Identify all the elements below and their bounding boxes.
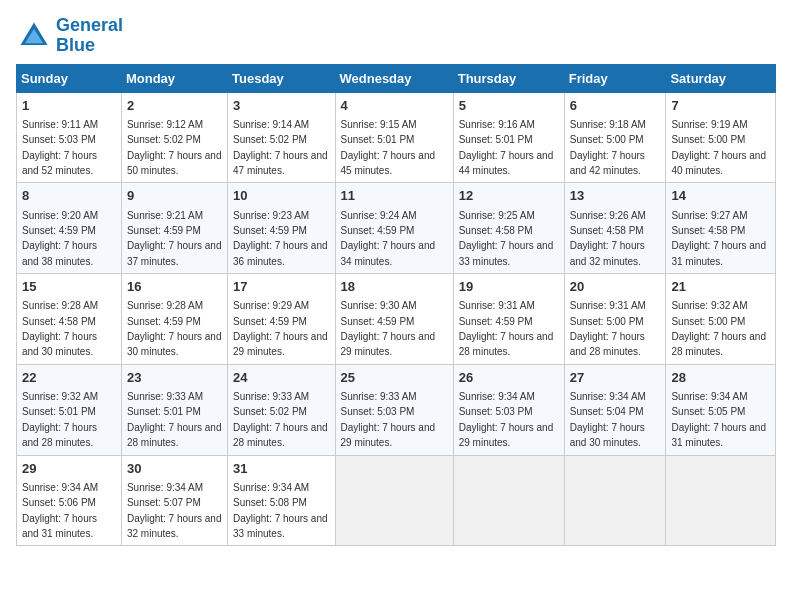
day-number: 13 (570, 187, 661, 205)
day-info: Sunrise: 9:28 AM Sunset: 4:58 PM Dayligh… (22, 300, 98, 357)
calendar-week-row: 15 Sunrise: 9:28 AM Sunset: 4:58 PM Dayl… (17, 274, 776, 365)
day-info: Sunrise: 9:33 AM Sunset: 5:01 PM Dayligh… (127, 391, 222, 448)
day-number: 19 (459, 278, 559, 296)
calendar-cell: 31 Sunrise: 9:34 AM Sunset: 5:08 PM Dayl… (228, 455, 335, 546)
day-number: 12 (459, 187, 559, 205)
day-number: 16 (127, 278, 222, 296)
calendar-cell (666, 455, 776, 546)
calendar-cell: 27 Sunrise: 9:34 AM Sunset: 5:04 PM Dayl… (564, 364, 666, 455)
day-number: 3 (233, 97, 329, 115)
calendar-header-row: SundayMondayTuesdayWednesdayThursdayFrid… (17, 64, 776, 92)
calendar-cell (564, 455, 666, 546)
day-number: 22 (22, 369, 116, 387)
day-info: Sunrise: 9:32 AM Sunset: 5:00 PM Dayligh… (671, 300, 766, 357)
calendar-cell: 26 Sunrise: 9:34 AM Sunset: 5:03 PM Dayl… (453, 364, 564, 455)
day-info: Sunrise: 9:31 AM Sunset: 4:59 PM Dayligh… (459, 300, 554, 357)
day-info: Sunrise: 9:32 AM Sunset: 5:01 PM Dayligh… (22, 391, 98, 448)
calendar-cell: 20 Sunrise: 9:31 AM Sunset: 5:00 PM Dayl… (564, 274, 666, 365)
page-header: General Blue (16, 16, 776, 56)
day-number: 27 (570, 369, 661, 387)
day-number: 26 (459, 369, 559, 387)
day-number: 24 (233, 369, 329, 387)
day-number: 29 (22, 460, 116, 478)
calendar-cell: 8 Sunrise: 9:20 AM Sunset: 4:59 PM Dayli… (17, 183, 122, 274)
calendar-cell: 14 Sunrise: 9:27 AM Sunset: 4:58 PM Dayl… (666, 183, 776, 274)
day-info: Sunrise: 9:23 AM Sunset: 4:59 PM Dayligh… (233, 210, 328, 267)
calendar-cell: 10 Sunrise: 9:23 AM Sunset: 4:59 PM Dayl… (228, 183, 335, 274)
day-info: Sunrise: 9:34 AM Sunset: 5:08 PM Dayligh… (233, 482, 328, 539)
day-header-saturday: Saturday (666, 64, 776, 92)
day-header-monday: Monday (121, 64, 227, 92)
day-number: 31 (233, 460, 329, 478)
calendar-cell: 3 Sunrise: 9:14 AM Sunset: 5:02 PM Dayli… (228, 92, 335, 183)
calendar-cell (453, 455, 564, 546)
day-number: 4 (341, 97, 448, 115)
day-number: 23 (127, 369, 222, 387)
calendar-week-row: 29 Sunrise: 9:34 AM Sunset: 5:06 PM Dayl… (17, 455, 776, 546)
calendar-week-row: 22 Sunrise: 9:32 AM Sunset: 5:01 PM Dayl… (17, 364, 776, 455)
day-number: 11 (341, 187, 448, 205)
calendar-body: 1 Sunrise: 9:11 AM Sunset: 5:03 PM Dayli… (17, 92, 776, 546)
calendar-week-row: 8 Sunrise: 9:20 AM Sunset: 4:59 PM Dayli… (17, 183, 776, 274)
day-info: Sunrise: 9:11 AM Sunset: 5:03 PM Dayligh… (22, 119, 98, 176)
day-number: 17 (233, 278, 329, 296)
day-number: 1 (22, 97, 116, 115)
day-info: Sunrise: 9:24 AM Sunset: 4:59 PM Dayligh… (341, 210, 436, 267)
day-info: Sunrise: 9:20 AM Sunset: 4:59 PM Dayligh… (22, 210, 98, 267)
day-info: Sunrise: 9:18 AM Sunset: 5:00 PM Dayligh… (570, 119, 646, 176)
day-number: 21 (671, 278, 770, 296)
calendar-cell: 17 Sunrise: 9:29 AM Sunset: 4:59 PM Dayl… (228, 274, 335, 365)
day-header-tuesday: Tuesday (228, 64, 335, 92)
calendar-week-row: 1 Sunrise: 9:11 AM Sunset: 5:03 PM Dayli… (17, 92, 776, 183)
day-number: 6 (570, 97, 661, 115)
calendar-cell: 28 Sunrise: 9:34 AM Sunset: 5:05 PM Dayl… (666, 364, 776, 455)
day-info: Sunrise: 9:31 AM Sunset: 5:00 PM Dayligh… (570, 300, 646, 357)
calendar-cell: 30 Sunrise: 9:34 AM Sunset: 5:07 PM Dayl… (121, 455, 227, 546)
logo: General Blue (16, 16, 123, 56)
calendar-cell: 25 Sunrise: 9:33 AM Sunset: 5:03 PM Dayl… (335, 364, 453, 455)
day-number: 28 (671, 369, 770, 387)
calendar-cell: 2 Sunrise: 9:12 AM Sunset: 5:02 PM Dayli… (121, 92, 227, 183)
day-info: Sunrise: 9:34 AM Sunset: 5:05 PM Dayligh… (671, 391, 766, 448)
calendar-cell: 24 Sunrise: 9:33 AM Sunset: 5:02 PM Dayl… (228, 364, 335, 455)
day-info: Sunrise: 9:25 AM Sunset: 4:58 PM Dayligh… (459, 210, 554, 267)
calendar-cell: 9 Sunrise: 9:21 AM Sunset: 4:59 PM Dayli… (121, 183, 227, 274)
calendar-cell: 21 Sunrise: 9:32 AM Sunset: 5:00 PM Dayl… (666, 274, 776, 365)
day-number: 7 (671, 97, 770, 115)
day-info: Sunrise: 9:34 AM Sunset: 5:07 PM Dayligh… (127, 482, 222, 539)
day-info: Sunrise: 9:12 AM Sunset: 5:02 PM Dayligh… (127, 119, 222, 176)
calendar-cell: 13 Sunrise: 9:26 AM Sunset: 4:58 PM Dayl… (564, 183, 666, 274)
calendar-cell: 5 Sunrise: 9:16 AM Sunset: 5:01 PM Dayli… (453, 92, 564, 183)
day-header-thursday: Thursday (453, 64, 564, 92)
calendar-cell: 22 Sunrise: 9:32 AM Sunset: 5:01 PM Dayl… (17, 364, 122, 455)
day-info: Sunrise: 9:28 AM Sunset: 4:59 PM Dayligh… (127, 300, 222, 357)
calendar-cell: 16 Sunrise: 9:28 AM Sunset: 4:59 PM Dayl… (121, 274, 227, 365)
day-info: Sunrise: 9:30 AM Sunset: 4:59 PM Dayligh… (341, 300, 436, 357)
day-number: 9 (127, 187, 222, 205)
calendar-cell (335, 455, 453, 546)
calendar-cell: 6 Sunrise: 9:18 AM Sunset: 5:00 PM Dayli… (564, 92, 666, 183)
day-number: 30 (127, 460, 222, 478)
day-info: Sunrise: 9:33 AM Sunset: 5:03 PM Dayligh… (341, 391, 436, 448)
day-header-friday: Friday (564, 64, 666, 92)
calendar-cell: 4 Sunrise: 9:15 AM Sunset: 5:01 PM Dayli… (335, 92, 453, 183)
day-number: 14 (671, 187, 770, 205)
day-info: Sunrise: 9:29 AM Sunset: 4:59 PM Dayligh… (233, 300, 328, 357)
calendar-cell: 23 Sunrise: 9:33 AM Sunset: 5:01 PM Dayl… (121, 364, 227, 455)
day-info: Sunrise: 9:33 AM Sunset: 5:02 PM Dayligh… (233, 391, 328, 448)
day-number: 20 (570, 278, 661, 296)
calendar-cell: 19 Sunrise: 9:31 AM Sunset: 4:59 PM Dayl… (453, 274, 564, 365)
calendar-cell: 29 Sunrise: 9:34 AM Sunset: 5:06 PM Dayl… (17, 455, 122, 546)
logo-text: General Blue (56, 16, 123, 56)
logo-icon (16, 18, 52, 54)
day-number: 18 (341, 278, 448, 296)
day-info: Sunrise: 9:34 AM Sunset: 5:04 PM Dayligh… (570, 391, 646, 448)
day-info: Sunrise: 9:26 AM Sunset: 4:58 PM Dayligh… (570, 210, 646, 267)
day-number: 5 (459, 97, 559, 115)
day-header-sunday: Sunday (17, 64, 122, 92)
day-info: Sunrise: 9:19 AM Sunset: 5:00 PM Dayligh… (671, 119, 766, 176)
day-info: Sunrise: 9:27 AM Sunset: 4:58 PM Dayligh… (671, 210, 766, 267)
calendar-table: SundayMondayTuesdayWednesdayThursdayFrid… (16, 64, 776, 547)
day-number: 8 (22, 187, 116, 205)
calendar-cell: 18 Sunrise: 9:30 AM Sunset: 4:59 PM Dayl… (335, 274, 453, 365)
